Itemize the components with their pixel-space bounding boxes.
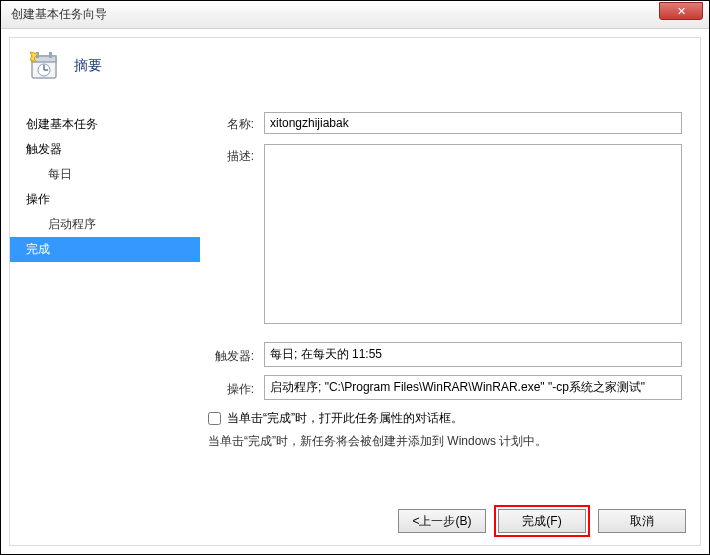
body-section: 创建基本任务 触发器 每日 操作 启动程序 完成 名称: 描述: [10,104,700,497]
sidebar-item-start-program[interactable]: 启动程序 [10,212,200,237]
header-section: 摘要 [10,38,700,98]
titlebar: 创建基本任务向导 ✕ [1,1,709,29]
action-label: 操作: [200,377,264,398]
row-desc: 描述: [200,144,682,324]
trigger-value: 每日; 在每天的 11:55 [264,342,682,367]
row-open-properties: 当单击“完成”时，打开此任务属性的对话框。 [208,410,682,427]
svg-rect-3 [49,52,52,58]
wizard-icon [28,50,60,82]
row-trigger: 触发器: 每日; 在每天的 11:55 [200,342,682,367]
row-name: 名称: [200,112,682,134]
wizard-window: 创建基本任务向导 ✕ 摘 [0,0,710,555]
open-properties-label: 当单击“完成”时，打开此任务属性的对话框。 [227,410,463,427]
trigger-label: 触发器: [200,344,264,365]
desc-label: 描述: [200,144,264,165]
row-action: 操作: 启动程序; "C:\Program Files\WinRAR\WinRA… [200,375,682,400]
sidebar-item-finish[interactable]: 完成 [10,237,200,262]
name-input[interactable] [264,112,682,134]
sidebar-item-trigger[interactable]: 触发器 [10,137,200,162]
action-value: 启动程序; "C:\Program Files\WinRAR\WinRAR.ex… [264,375,682,400]
finish-button-highlight: 完成(F) [494,505,590,537]
sidebar-item-create-task[interactable]: 创建基本任务 [10,112,200,137]
back-button[interactable]: <上一步(B) [398,509,486,533]
close-button[interactable]: ✕ [659,2,703,20]
finish-note: 当单击“完成”时，新任务将会被创建并添加到 Windows 计划中。 [208,433,682,450]
open-properties-checkbox[interactable] [208,412,221,425]
desc-textarea[interactable] [264,144,682,324]
sidebar: 创建基本任务 触发器 每日 操作 启动程序 完成 [10,104,200,497]
name-label: 名称: [200,112,264,133]
page-heading: 摘要 [74,57,102,75]
main-form: 名称: 描述: 触发器: 每日; 在每天的 11:55 操作: 启动程序; "C… [200,104,700,497]
cancel-button[interactable]: 取消 [598,509,686,533]
sidebar-item-daily[interactable]: 每日 [10,162,200,187]
sidebar-item-action[interactable]: 操作 [10,187,200,212]
inner-panel: 摘要 创建基本任务 触发器 每日 操作 启动程序 完成 名称: [9,37,701,546]
footer: <上一步(B) 完成(F) 取消 [10,497,700,545]
close-icon: ✕ [677,5,686,18]
finish-button[interactable]: 完成(F) [498,509,586,533]
window-title: 创建基本任务向导 [11,6,107,23]
content-pad: 摘要 创建基本任务 触发器 每日 操作 启动程序 完成 名称: [1,29,709,554]
